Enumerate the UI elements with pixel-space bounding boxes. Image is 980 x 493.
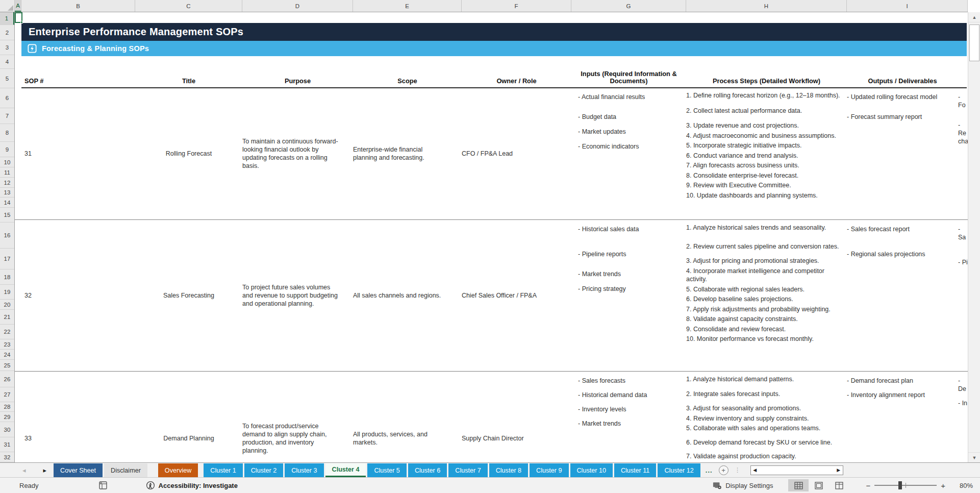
sop-number-cell[interactable]: 33 — [21, 372, 135, 462]
row-header-22[interactable]: 22 — [0, 325, 14, 339]
inputs-cell[interactable]: - Sales forecasts- Historical demand dat… — [571, 372, 686, 462]
table-header-purpose[interactable]: Purpose — [242, 67, 353, 87]
row-header-27[interactable]: 27 — [0, 387, 14, 402]
purpose-cell[interactable]: To maintain a continuous forward-looking… — [242, 88, 353, 219]
purpose-cell[interactable]: To forecast product/service demand to al… — [242, 372, 353, 462]
scroll-down-button[interactable]: ▼ — [968, 452, 980, 462]
zoom-slider[interactable] — [874, 485, 937, 486]
column-header-h[interactable]: H — [686, 0, 847, 12]
sop-number-cell[interactable]: 32 — [21, 220, 135, 371]
selected-cell[interactable] — [15, 12, 22, 23]
sheet-tab-cover-sheet[interactable]: Cover Sheet — [54, 463, 103, 477]
row-header-23[interactable]: 23 — [0, 339, 14, 350]
title-cell[interactable]: Rolling Forecast — [135, 88, 242, 219]
outputs-cell[interactable]: - Sales forecast report- Regional sales … — [847, 220, 958, 371]
fill-handle[interactable] — [20, 21, 23, 23]
row-header-8[interactable]: 8 — [0, 124, 14, 142]
sheet-tab-cluster-1[interactable]: Cluster 1 — [204, 463, 242, 477]
display-settings-button[interactable]: Display Settings — [713, 482, 773, 489]
scroll-left-button[interactable]: ◀ — [751, 467, 759, 473]
row-header-18[interactable]: 18 — [0, 269, 14, 285]
sheet-tab-cluster-8[interactable]: Cluster 8 — [489, 463, 528, 477]
table-header-outputs-deliverables[interactable]: Outputs / Deliverables — [847, 67, 958, 87]
select-all-corner[interactable] — [0, 0, 15, 12]
table-header-inputs-required-information-documents[interactable]: Inputs (Required Information & Documents… — [571, 67, 686, 87]
row-header-21[interactable]: 21 — [0, 310, 14, 325]
zoom-level[interactable]: 80% — [949, 482, 973, 489]
sheet-tab-cluster-11[interactable]: Cluster 11 — [614, 463, 656, 477]
sheet-subtitle-banner[interactable]: Forecasting & Planning SOPs — [21, 41, 967, 56]
page-break-view-button[interactable] — [829, 479, 849, 491]
row-header-7[interactable]: 7 — [0, 108, 14, 124]
sheet-tab-cluster-5[interactable]: Cluster 5 — [367, 463, 406, 477]
row-header-5[interactable]: 5 — [0, 69, 14, 88]
clipped-column-cell[interactable]: - De- In — [958, 372, 968, 462]
row-header-4[interactable]: 4 — [0, 55, 14, 69]
sheet-tab-disclaimer[interactable]: Disclaimer — [104, 463, 147, 477]
row-header-17[interactable]: 17 — [0, 249, 14, 269]
table-header-sop[interactable]: SOP # — [21, 67, 135, 87]
sheet-tab-cluster-7[interactable]: Cluster 7 — [448, 463, 487, 477]
scope-cell[interactable]: Enterprise-wide financial planning and f… — [353, 88, 462, 219]
title-cell[interactable]: Demand Planning — [135, 372, 242, 462]
clipped-column-cell[interactable]: - Sa- Pi — [958, 220, 968, 371]
horizontal-scrollbar[interactable]: ◀ ▶ — [750, 465, 843, 475]
title-cell[interactable]: Sales Forecasting — [135, 220, 242, 371]
row-header-2[interactable]: 2 — [0, 25, 14, 40]
horizontal-scrollbar-track[interactable] — [759, 466, 835, 475]
column-header-g[interactable]: G — [571, 0, 686, 12]
process-steps-cell[interactable]: 1. Analyze historical demand patterns.2.… — [686, 372, 847, 462]
inputs-cell[interactable]: - Actual financial results- Budget data-… — [571, 88, 686, 219]
purpose-cell[interactable]: To project future sales volumes and reve… — [242, 220, 353, 371]
sheet-tab-cluster-3[interactable]: Cluster 3 — [285, 463, 323, 477]
sheet-tab-cluster-10[interactable]: Cluster 10 — [570, 463, 613, 477]
sheet-tab-cluster-12[interactable]: Cluster 12 — [658, 463, 700, 477]
row-header-11[interactable]: 11 — [0, 167, 14, 178]
column-header-d[interactable]: D — [242, 0, 353, 12]
row-header-30[interactable]: 30 — [0, 422, 14, 437]
row-header-16[interactable]: 16 — [0, 223, 14, 249]
row-header-10[interactable]: 10 — [0, 157, 14, 167]
sheet-tab-cluster-6[interactable]: Cluster 6 — [408, 463, 447, 477]
row-header-15[interactable]: 15 — [0, 208, 14, 223]
row-header-32[interactable]: 32 — [0, 452, 14, 462]
scope-cell[interactable]: All sales channels and regions. — [353, 220, 462, 371]
zoom-in-button[interactable]: + — [937, 481, 949, 490]
sheet-tab-cluster-4[interactable]: Cluster 4 — [325, 463, 366, 477]
column-header-b[interactable]: B — [21, 0, 135, 12]
row-header-1[interactable]: 1 — [0, 12, 14, 25]
table-header-scope[interactable]: Scope — [353, 67, 462, 87]
row-header-3[interactable]: 3 — [0, 40, 14, 55]
table-header-title[interactable]: Title — [135, 67, 242, 87]
normal-view-button[interactable] — [788, 479, 809, 491]
table-header-process-steps-detailed-workflow[interactable]: Process Steps (Detailed Workflow) — [686, 67, 847, 87]
column-header-e[interactable]: E — [353, 0, 462, 12]
row-header-25[interactable]: 25 — [0, 360, 14, 371]
scope-cell[interactable]: All products, services, and markets. — [353, 372, 462, 462]
column-header-c[interactable]: C — [135, 0, 242, 12]
inputs-cell[interactable]: - Historical sales data- Pipeline report… — [571, 220, 686, 371]
macro-record-button[interactable] — [99, 481, 107, 489]
owner-cell[interactable]: CFO / FP&A Lead — [462, 88, 571, 219]
row-header-6[interactable]: 6 — [0, 88, 14, 108]
process-steps-cell[interactable]: 1. Define rolling forecast horizon (e.g.… — [686, 88, 847, 219]
page-layout-view-button[interactable] — [809, 479, 829, 491]
more-sheets-indicator[interactable]: ... — [706, 466, 713, 474]
clipped-column-cell[interactable]: - Fo- Re cha — [958, 88, 968, 219]
sheet-tab-cluster-2[interactable]: Cluster 2 — [244, 463, 283, 477]
outputs-cell[interactable]: - Updated rolling forecast model- Foreca… — [847, 88, 958, 219]
scroll-right-button[interactable]: ▶ — [835, 467, 843, 473]
tab-scroll-left-icon[interactable]: ◂ — [22, 467, 26, 474]
accessibility-status[interactable]: Accessibility: Investigate — [146, 481, 238, 490]
process-steps-cell[interactable]: 1. Analyze historical sales trends and s… — [686, 220, 847, 371]
table-header-owner-role[interactable]: Owner / Role — [462, 67, 571, 87]
zoom-out-button[interactable]: − — [862, 481, 874, 490]
tab-scroll-right-icon[interactable]: ▸ — [43, 467, 47, 474]
row-header-13[interactable]: 13 — [0, 188, 14, 198]
row-header-24[interactable]: 24 — [0, 350, 14, 360]
row-header-20[interactable]: 20 — [0, 300, 14, 310]
vertical-scrollbar-thumb[interactable] — [969, 24, 979, 61]
sheet-tab-overview[interactable]: Overview — [158, 463, 198, 477]
sop-number-cell[interactable]: 31 — [21, 88, 135, 219]
row-header-14[interactable]: 14 — [0, 198, 14, 208]
